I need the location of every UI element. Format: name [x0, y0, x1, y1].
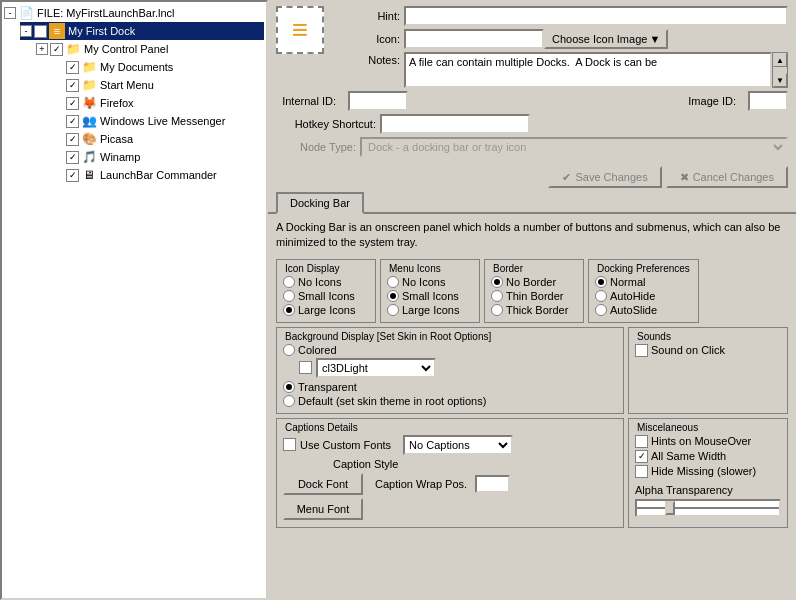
caption-style-label: Caption Style — [333, 458, 617, 470]
sound-on-click-checkbox[interactable] — [635, 344, 648, 357]
winamp-icon: 🎵 — [81, 149, 97, 165]
hints-mouseover-item[interactable]: Hints on MouseOver — [635, 435, 781, 448]
cancel-changes-button[interactable]: ✖ Cancel Changes — [666, 166, 788, 188]
tree-panel: - 📄 FILE: MyFirstLaunchBar.lncl - ≡ My F… — [0, 0, 268, 600]
auto-slide-radio[interactable] — [595, 304, 607, 316]
auto-hide-label: AutoHide — [610, 290, 655, 302]
wlm-checkbox[interactable] — [66, 115, 79, 128]
notes-input[interactable]: A file can contain multiple Docks. A Doc… — [404, 52, 772, 88]
tree-item-wlm[interactable]: 👥 Windows Live Messenger — [52, 112, 264, 130]
internal-id-input[interactable]: 3 — [348, 91, 408, 111]
alpha-title: Alpha Transparency — [635, 484, 781, 496]
alpha-slider[interactable] — [635, 499, 781, 517]
picasa-checkbox[interactable] — [66, 133, 79, 146]
hide-missing-checkbox[interactable] — [635, 465, 648, 478]
dock-font-button[interactable]: Dock Font — [283, 473, 363, 495]
hint-input[interactable] — [404, 6, 788, 26]
no-icons-radio[interactable] — [283, 276, 295, 288]
tree-item-start-menu[interactable]: 📁 Start Menu — [52, 76, 264, 94]
transparent-radio[interactable] — [283, 381, 295, 393]
save-changes-button[interactable]: ✔ Save Changes — [548, 166, 661, 188]
tree-item-my-documents[interactable]: 📁 My Documents — [52, 58, 264, 76]
thin-border-radio[interactable] — [491, 290, 503, 302]
auto-slide-item[interactable]: AutoSlide — [595, 304, 692, 316]
sound-on-click-label: Sound on Click — [651, 344, 725, 356]
skin-checkbox[interactable] — [299, 361, 312, 374]
skin-dropdown-row: cl3DLightDefaultDark — [299, 358, 617, 378]
ff-icon: 🦊 — [81, 95, 97, 111]
mi-small-icons-radio[interactable] — [387, 290, 399, 302]
thick-border-item[interactable]: Thick Border — [491, 304, 577, 316]
auto-hide-item[interactable]: AutoHide — [595, 290, 692, 302]
all-same-width-checkbox[interactable] — [635, 450, 648, 463]
mi-large-icons-item[interactable]: Large Icons — [387, 304, 473, 316]
wlm-icon: 👥 — [81, 113, 97, 129]
dock-checkbox[interactable] — [34, 25, 47, 38]
mi-large-icons-radio[interactable] — [387, 304, 399, 316]
custom-fonts-checkbox[interactable] — [283, 438, 296, 451]
tree-item-my-first-dock[interactable]: - ≡ My First Dock — [20, 22, 264, 40]
default-item[interactable]: Default (set skin theme in root options) — [283, 395, 617, 407]
default-radio[interactable] — [283, 395, 295, 407]
image-id-label: Image ID: — [688, 95, 736, 107]
skin-select[interactable]: cl3DLightDefaultDark — [316, 358, 436, 378]
transparent-item[interactable]: Transparent — [283, 381, 617, 393]
colored-item[interactable]: Colored — [283, 344, 617, 356]
tree-item-control-panel[interactable]: + 📁 My Control Panel — [36, 40, 264, 58]
root-label: FILE: MyFirstLaunchBar.lncl — [37, 7, 175, 19]
mi-no-icons-radio[interactable] — [387, 276, 399, 288]
sound-on-click-item[interactable]: Sound on Click — [635, 344, 781, 357]
menu-font-button[interactable]: Menu Font — [283, 498, 363, 520]
docs-checkbox[interactable] — [66, 61, 79, 74]
radio-no-icons[interactable]: No Icons — [283, 276, 369, 288]
large-icons-radio[interactable] — [283, 304, 295, 316]
radio-small-icons[interactable]: Small Icons — [283, 290, 369, 302]
tree-root[interactable]: - 📄 FILE: MyFirstLaunchBar.lncl — [4, 4, 264, 22]
normal-radio[interactable] — [595, 276, 607, 288]
thick-border-radio[interactable] — [491, 304, 503, 316]
notes-scrollbar[interactable]: ▲ ▼ — [772, 52, 788, 88]
hotkey-label: Hotkey Shortcut: — [276, 118, 376, 130]
hints-mouseover-checkbox[interactable] — [635, 435, 648, 448]
slider-thumb[interactable] — [665, 501, 675, 515]
tab-docking-bar[interactable]: Docking Bar — [276, 192, 364, 214]
thin-border-item[interactable]: Thin Border — [491, 290, 577, 302]
no-border-item[interactable]: No Border — [491, 276, 577, 288]
hide-missing-item[interactable]: Hide Missing (slower) — [635, 465, 781, 478]
start-checkbox[interactable] — [66, 79, 79, 92]
tree-item-firefox[interactable]: 🦊 Firefox — [52, 94, 264, 112]
small-icons-radio[interactable] — [283, 290, 295, 302]
node-type-select[interactable]: Dock - a docking bar or tray icon — [360, 137, 788, 157]
mi-small-icons-item[interactable]: Small Icons — [387, 290, 473, 302]
icon-path-input[interactable]: %SystemRoot%\system32\SHELL: — [404, 29, 544, 49]
normal-item[interactable]: Normal — [595, 276, 692, 288]
hint-row: Hint: — [340, 6, 788, 26]
hotkey-input[interactable]: Ninguno — [380, 114, 530, 134]
tree-item-launchbar[interactable]: 🖥 LaunchBar Commander — [52, 166, 264, 184]
caption-style-select[interactable]: No CaptionsBottomRightTooltip — [403, 435, 513, 455]
tree-item-picasa[interactable]: 🎨 Picasa — [52, 130, 264, 148]
winamp-checkbox[interactable] — [66, 151, 79, 164]
image-id-input[interactable]: 9 — [748, 91, 788, 111]
cp-expand-icon[interactable]: + — [36, 43, 48, 55]
choose-icon-button[interactable]: Choose Icon Image ▼ — [544, 29, 668, 49]
no-border-radio[interactable] — [491, 276, 503, 288]
radio-large-icons[interactable]: Large Icons — [283, 304, 369, 316]
cp-checkbox[interactable] — [50, 43, 63, 56]
wrap-input[interactable]: 0 — [475, 475, 510, 493]
scroll-down[interactable]: ▼ — [773, 73, 787, 87]
tab-description: A Docking Bar is an onscreen panel which… — [276, 220, 788, 251]
mi-small-icons-label: Small Icons — [402, 290, 459, 302]
colored-radio[interactable] — [283, 344, 295, 356]
tree-item-winamp[interactable]: 🎵 Winamp — [52, 148, 264, 166]
mi-no-icons-item[interactable]: No Icons — [387, 276, 473, 288]
choose-icon-arrow: ▼ — [649, 33, 660, 45]
dock-expand-icon[interactable]: - — [20, 25, 32, 37]
wlm-label: Windows Live Messenger — [100, 115, 225, 127]
lb-checkbox[interactable] — [66, 169, 79, 182]
ff-checkbox[interactable] — [66, 97, 79, 110]
auto-hide-radio[interactable] — [595, 290, 607, 302]
all-same-width-item[interactable]: All Same Width — [635, 450, 781, 463]
root-expand-icon[interactable]: - — [4, 7, 16, 19]
scroll-up[interactable]: ▲ — [773, 53, 787, 67]
